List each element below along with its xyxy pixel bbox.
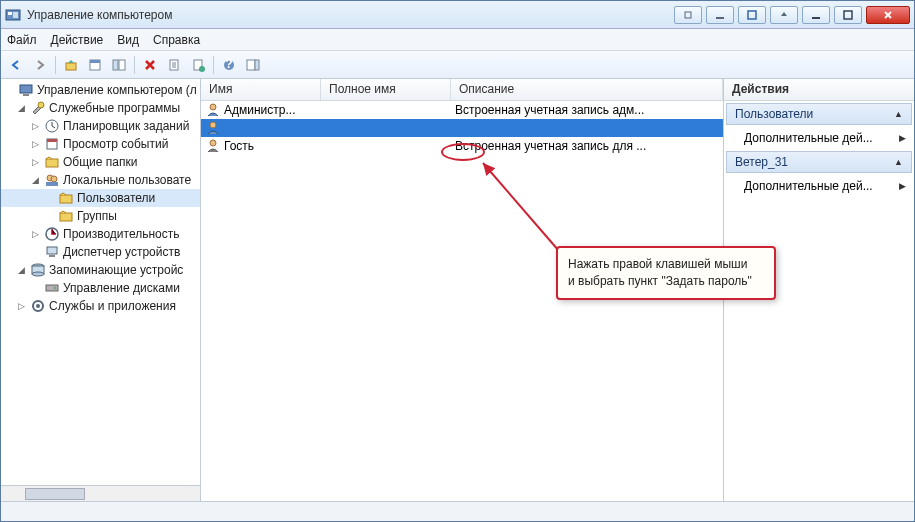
folder-shared-icon: [44, 154, 60, 170]
callout-line1: Нажать правой клавишей мыши: [568, 256, 764, 273]
svg-rect-34: [49, 255, 55, 257]
user-desc: Встроенная учетная запись для ...: [451, 139, 723, 153]
actions-section-label: Пользователи: [735, 107, 813, 121]
tree-localusers[interactable]: ◢Локальные пользовате: [1, 171, 200, 189]
maximize-button[interactable]: [834, 6, 862, 24]
svg-rect-21: [23, 94, 29, 96]
svg-rect-3: [685, 12, 691, 18]
toolbar-sep: [55, 56, 56, 74]
user-icon: [205, 138, 221, 154]
users-icon: [44, 172, 60, 188]
actions-section-user[interactable]: Ветер_31 ▲: [726, 151, 912, 173]
window-buttons: [674, 6, 910, 24]
folder-icon: [58, 208, 74, 224]
minimize-button[interactable]: [802, 6, 830, 24]
list-body: Администр... Встроенная учетная запись а…: [201, 101, 723, 501]
tree-eventviewer[interactable]: ▷Просмотр событий: [1, 135, 200, 153]
help-button[interactable]: ?: [218, 54, 240, 76]
list-pane: Имя Полное имя Описание Администр... Вст…: [201, 79, 724, 501]
folder-icon: [58, 190, 74, 206]
svg-rect-2: [13, 12, 18, 18]
annotation-arrow: [479, 159, 569, 259]
storage-icon: [30, 262, 46, 278]
statusbar: [1, 501, 914, 521]
window-title: Управление компьютером: [27, 8, 674, 22]
btn-extra4[interactable]: [770, 6, 798, 24]
toolbar-sep: [213, 56, 214, 74]
export-button[interactable]: [187, 54, 209, 76]
svg-point-42: [210, 104, 216, 110]
forward-button[interactable]: [29, 54, 51, 76]
menu-action[interactable]: Действие: [51, 33, 104, 47]
user-icon: [205, 120, 221, 136]
toolbar-sep: [134, 56, 135, 74]
col-name[interactable]: Имя: [201, 79, 321, 100]
tree-diskmgr[interactable]: Управление дисками: [1, 279, 200, 297]
tree-root[interactable]: Управление компьютером (л: [1, 81, 200, 99]
annotation-callout: Нажать правой клавишей мыши и выбрать пу…: [556, 246, 776, 300]
col-fullname[interactable]: Полное имя: [321, 79, 451, 100]
refresh-button[interactable]: [163, 54, 185, 76]
user-row[interactable]: Администр... Встроенная учетная запись а…: [201, 101, 723, 119]
actions-more2[interactable]: Дополнительные дей... ▶: [724, 175, 914, 197]
svg-rect-8: [66, 63, 76, 70]
svg-rect-26: [46, 159, 58, 167]
properties-button[interactable]: [84, 54, 106, 76]
actions-more1[interactable]: Дополнительные дей... ▶: [724, 127, 914, 149]
event-icon: [44, 136, 60, 152]
actions-more-label: Дополнительные дей...: [744, 179, 873, 193]
scrollbar-thumb[interactable]: [25, 488, 85, 500]
services-icon: [30, 298, 46, 314]
tree-services[interactable]: ▷Службы и приложения: [1, 297, 200, 315]
tree-hscrollbar[interactable]: [1, 485, 200, 501]
svg-rect-6: [812, 17, 820, 19]
user-row-selected[interactable]: [201, 119, 723, 137]
client-area: Управление компьютером (л ◢Служебные про…: [1, 79, 914, 501]
delete-button[interactable]: [139, 54, 161, 76]
clock-icon: [44, 118, 60, 134]
tree-scheduler[interactable]: ▷Планировщик заданий: [1, 117, 200, 135]
up-button[interactable]: [60, 54, 82, 76]
menu-help[interactable]: Справка: [153, 33, 200, 47]
toolbar: ?: [1, 51, 914, 79]
close-button[interactable]: [866, 6, 910, 24]
actions-section-users[interactable]: Пользователи ▲: [726, 103, 912, 125]
action-pane-button[interactable]: [242, 54, 264, 76]
svg-rect-30: [60, 195, 72, 203]
titlebar: Управление компьютером: [1, 1, 914, 29]
svg-rect-12: [119, 60, 125, 70]
app-icon: [5, 7, 21, 23]
chevron-up-icon: ▲: [894, 157, 903, 167]
svg-point-41: [36, 304, 40, 308]
menu-file[interactable]: Файл: [7, 33, 37, 47]
svg-point-39: [54, 287, 56, 289]
tree-perf[interactable]: ▷Производительность: [1, 225, 200, 243]
show-hide-button[interactable]: [108, 54, 130, 76]
tree-storage[interactable]: ◢Запоминающие устройс: [1, 261, 200, 279]
back-button[interactable]: [5, 54, 27, 76]
svg-rect-31: [60, 213, 72, 221]
user-name: Администр...: [224, 103, 295, 117]
tree-devmgr[interactable]: Диспетчер устройств: [1, 243, 200, 261]
list-header: Имя Полное имя Описание: [201, 79, 723, 101]
menu-view[interactable]: Вид: [117, 33, 139, 47]
btn-extra1[interactable]: [674, 6, 702, 24]
svg-rect-33: [47, 247, 57, 254]
tree-users[interactable]: Пользователи: [1, 189, 200, 207]
tree-tools[interactable]: ◢Служебные программы: [1, 99, 200, 117]
user-row[interactable]: Гость Встроенная учетная запись для ...: [201, 137, 723, 155]
callout-line2: и выбрать пункт "Задать пароль": [568, 273, 764, 290]
svg-point-22: [38, 102, 44, 108]
svg-point-28: [51, 176, 57, 182]
tree-shared[interactable]: ▷Общие папки: [1, 153, 200, 171]
col-desc[interactable]: Описание: [451, 79, 723, 100]
svg-rect-10: [90, 60, 100, 63]
user-name: Гость: [224, 139, 254, 153]
btn-extra2[interactable]: [706, 6, 734, 24]
disk-icon: [44, 280, 60, 296]
svg-line-45: [483, 163, 559, 251]
btn-extra3[interactable]: [738, 6, 766, 24]
computer-icon: [18, 82, 34, 98]
tree-groups[interactable]: Группы: [1, 207, 200, 225]
tools-icon: [30, 100, 46, 116]
